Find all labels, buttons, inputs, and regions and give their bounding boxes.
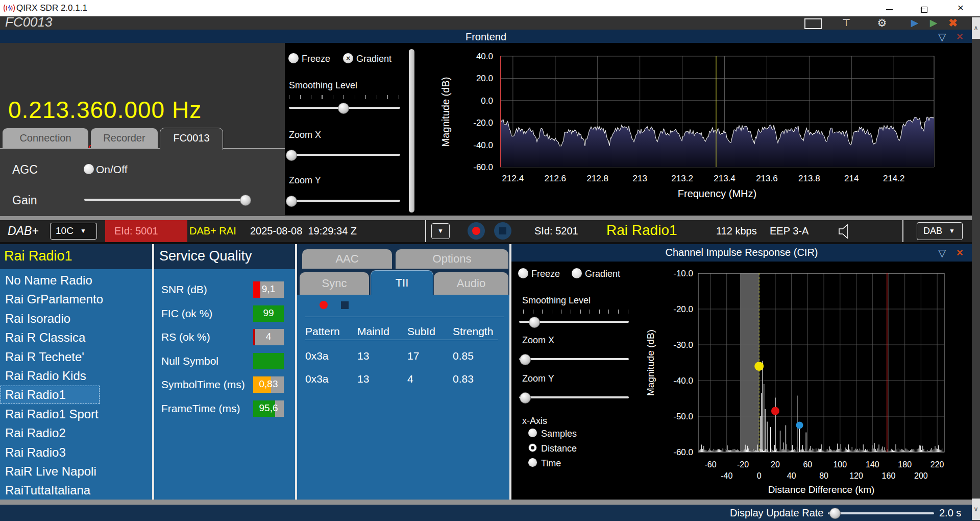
frontend-collapse-icon[interactable]: ▽ xyxy=(938,31,946,43)
tii-stop-icon[interactable] xyxy=(341,301,349,309)
abort-icon[interactable]: ✖ xyxy=(945,17,961,29)
zoom-x-slider-thumb[interactable] xyxy=(286,150,297,161)
cir-freeze-radio[interactable] xyxy=(518,268,528,278)
cir-panel: Channel Impulse Response (CIR) ▽ × Freez… xyxy=(511,244,972,500)
stations-panel: Rai Radio1 No Name RadioRai GrParlamento… xyxy=(0,244,152,500)
window-scrollbar[interactable]: ∧ ∨ xyxy=(972,16,980,521)
stop-button[interactable] xyxy=(494,222,511,240)
freeze-radio[interactable] xyxy=(288,53,299,63)
cir-zoom-x-slider-thumb[interactable] xyxy=(520,354,531,365)
station-item[interactable]: No Name Radio xyxy=(0,271,152,290)
station-item[interactable]: Rai Radio1 Sport xyxy=(0,405,152,423)
speaker-icon[interactable] xyxy=(837,223,853,240)
zoom-x-label: Zoom X xyxy=(289,130,321,140)
tab-recorder[interactable]: Recorder xyxy=(91,128,158,148)
play-green-icon[interactable]: ▶ xyxy=(926,17,941,29)
bitrate-label: 112 kbps xyxy=(716,225,757,237)
scroll-up-icon[interactable]: ∧ xyxy=(972,17,980,39)
station-item[interactable]: Rai Isoradio xyxy=(0,309,152,328)
svg-text:0: 0 xyxy=(757,471,762,480)
station-item[interactable]: Rai R Classica xyxy=(0,328,152,347)
channel-dropdown[interactable]: 10C ▼ xyxy=(50,223,97,240)
tab-fc0013[interactable]: FC0013 xyxy=(160,128,223,150)
tab-aac[interactable]: AAC xyxy=(302,249,392,269)
scroll-down-icon[interactable]: ∨ xyxy=(972,499,980,520)
tii-cell: 4 xyxy=(407,373,413,385)
chevron-down-icon: ▼ xyxy=(949,227,955,234)
cir-gradient-radio[interactable] xyxy=(572,268,582,278)
zoom-y-slider[interactable] xyxy=(289,200,400,202)
svg-text:213.8: 213.8 xyxy=(798,174,820,183)
sq-value-badge: 95,6 xyxy=(253,400,284,417)
x-axis-distance-radio[interactable] xyxy=(528,443,537,452)
svg-text:-40: -40 xyxy=(721,471,732,480)
window-icon[interactable] xyxy=(804,18,822,29)
restore-button[interactable] xyxy=(914,2,934,14)
cir-collapse-icon[interactable]: ▽ xyxy=(938,247,946,259)
tab-sync[interactable]: Sync xyxy=(300,272,369,295)
frontend-close-icon[interactable]: × xyxy=(957,30,963,43)
service-quality-panel: Service Quality SNR (dB)9,1FIC (ok %)99R… xyxy=(154,244,295,500)
eid-label: EId: 5001 xyxy=(114,225,158,237)
tuner-tab-panel: AGC On/Off Gain xyxy=(0,148,285,216)
station-item[interactable]: Rai Radio1 xyxy=(0,385,100,404)
frontend-scrollbar[interactable] xyxy=(409,49,414,212)
close-button[interactable]: × xyxy=(950,2,971,14)
zoom-x-slider[interactable] xyxy=(289,154,400,156)
tii-record-icon[interactable] xyxy=(320,301,328,309)
tii-cell: 0.83 xyxy=(453,373,474,385)
x-axis-time-radio[interactable] xyxy=(528,458,537,467)
display-update-rate-thumb[interactable] xyxy=(829,508,841,519)
tab-audio[interactable]: Audio xyxy=(434,272,508,295)
sq-row-label: Null Symbol xyxy=(161,355,218,367)
minimize-button[interactable] xyxy=(879,2,899,14)
station-item[interactable]: Rai GrParlamento xyxy=(0,290,152,309)
frontend-panel-header: Frontend ▽ × xyxy=(0,30,972,43)
tab-connection[interactable]: Connection xyxy=(3,128,88,148)
output-mode-dropdown[interactable]: DAB ▼ xyxy=(917,222,963,240)
svg-text:214.2: 214.2 xyxy=(883,174,905,183)
display-update-rate-slider[interactable] xyxy=(828,512,934,514)
smoothing-slider-thumb[interactable] xyxy=(338,103,349,114)
gear-icon[interactable]: ⚙ xyxy=(874,17,890,29)
svg-text:100: 100 xyxy=(833,460,847,469)
record-button[interactable] xyxy=(468,222,485,240)
cir-smoothing-slider-thumb[interactable] xyxy=(529,317,540,328)
station-item[interactable]: Rai Radio Kids xyxy=(0,366,152,385)
tii-content: PatternMainIdSubIdStrength0x3a13170.850x… xyxy=(297,295,509,500)
station-item[interactable]: RaiTuttaItaliana xyxy=(0,481,152,500)
gain-slider[interactable] xyxy=(84,199,248,201)
cir-panel-title: Channel Impulse Response (CIR) xyxy=(511,247,972,258)
cir-zoom-y-slider[interactable] xyxy=(519,396,629,398)
gain-slider-thumb[interactable] xyxy=(240,195,251,206)
station-item[interactable]: Rai R Techete' xyxy=(0,347,152,366)
cir-zoom-y-slider-thumb[interactable] xyxy=(520,392,531,404)
x-axis-samples-radio[interactable] xyxy=(528,429,537,437)
gradient-radio[interactable]: × xyxy=(343,53,353,63)
sq-value-badge: 0,83 xyxy=(253,376,284,393)
expand-dropdown-button[interactable]: ▼ xyxy=(431,223,450,239)
station-item[interactable]: RaiR Live Napoli xyxy=(0,462,152,481)
svg-text:213.2: 213.2 xyxy=(671,174,693,183)
tii-cell: 17 xyxy=(407,350,419,362)
restore-icon xyxy=(921,7,927,13)
svg-text:Distance Difference (km): Distance Difference (km) xyxy=(768,484,875,495)
svg-text:220: 220 xyxy=(930,460,944,469)
pin-icon[interactable]: ⊤ xyxy=(840,17,853,29)
sq-row-label: RS (ok %) xyxy=(161,331,210,343)
svg-text:Magnitude (dB): Magnitude (dB) xyxy=(440,77,451,147)
sq-row-label: SNR (dB) xyxy=(161,283,207,296)
tab-tii[interactable]: TII xyxy=(371,270,433,295)
svg-text:Magnitude (dB): Magnitude (dB) xyxy=(645,329,656,396)
station-item[interactable]: Rai Radio2 xyxy=(0,423,152,442)
agc-onoff-radio[interactable] xyxy=(84,164,94,174)
tab-options[interactable]: Options xyxy=(396,249,508,269)
zoom-y-slider-thumb[interactable] xyxy=(286,196,297,207)
sq-row-label: FIC (ok %) xyxy=(161,307,212,320)
cir-close-icon[interactable]: × xyxy=(957,246,963,259)
svg-text:180: 180 xyxy=(898,460,912,469)
cir-zoom-x-slider[interactable] xyxy=(519,358,629,360)
play-blue-icon[interactable]: ▶ xyxy=(908,17,922,29)
svg-text:213.6: 213.6 xyxy=(756,174,778,183)
station-item[interactable]: Rai Radio3 xyxy=(0,443,152,462)
